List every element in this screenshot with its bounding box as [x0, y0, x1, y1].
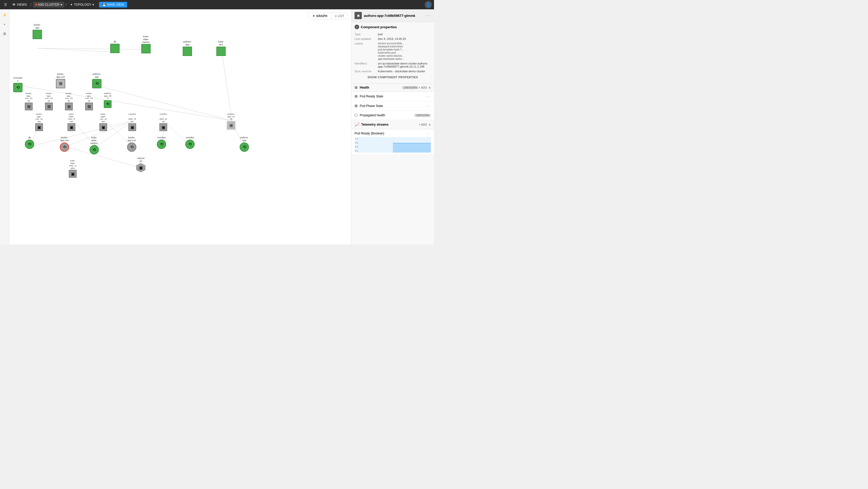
menu-button[interactable]: ☰ [2, 2, 9, 7]
pod-phase-more-button[interactable]: ··· [426, 104, 431, 108]
cluster-status-dot [35, 4, 37, 6]
views-button[interactable]: 👁 VIEWS [10, 2, 29, 8]
component-properties-section: i Component properties Type pod Last upd… [351, 22, 434, 84]
stream-name: Pod Ready (Boolean) [354, 132, 426, 135]
save-icon: 💾 [102, 3, 106, 6]
chart-inner [362, 137, 431, 152]
left-sidebar: ⚡ + ⊞ [0, 9, 9, 244]
prop-sync-val: Kubernetes - stackstate-demo-cluster [378, 70, 431, 73]
prop-labels-row: Labels service-account:defa... stackpack… [354, 41, 431, 61]
chart-line [393, 143, 431, 143]
user-avatar[interactable]: 👤 [425, 1, 432, 8]
right-panel: ▣ authors-app-7c69b59677-glmmk ··· i Com… [351, 9, 434, 244]
pod-ready-state-label: Pod Ready State [360, 94, 426, 98]
pod-ready-status-dot [354, 95, 358, 98]
pod-ready-more-button[interactable]: ··· [426, 94, 431, 98]
graph-tab[interactable]: ✦ GRAPH [309, 13, 331, 20]
prop-identifiers-row: Identifiers urn:ip:/stackstate-demo-clus… [354, 61, 431, 69]
propagated-health-dot [354, 114, 358, 117]
health-add-button[interactable]: + ADD [419, 86, 427, 89]
chart-y-labels: 1.0 0.8 0.6 0.4 [354, 137, 362, 152]
cluster-selector[interactable]: K8S CLUSTER ▾ [33, 2, 64, 7]
prop-sync-row: Sync sources Kubernetes - stackstate-dem… [354, 69, 431, 74]
menu-icon: ☰ [4, 3, 7, 6]
comp-props-header: i Component properties [354, 25, 431, 29]
health-collapse-button[interactable]: ∧ [429, 86, 431, 89]
telemetry-collapse-button[interactable]: ∧ [429, 123, 431, 126]
propagated-health-badge: UNKNOWN [414, 114, 431, 117]
list-tab[interactable]: ≡ LIST [331, 13, 348, 20]
user-icon: 👤 [426, 2, 431, 7]
svg-line-1 [37, 48, 151, 50]
topnav-right: 👤 [425, 1, 432, 8]
propagated-health-row: Propagated health UNKNOWN [351, 111, 434, 120]
svg-line-7 [30, 121, 133, 147]
topology-icon: ✦ [70, 3, 73, 6]
pod-ready-stream: Pod Ready (Boolean) ··· 1.0 0.8 0.6 0.4 [351, 129, 434, 155]
health-unknown-badge: UNKNOWN [402, 86, 419, 89]
propagated-health-label: Propagated health [360, 113, 412, 117]
panel-header: ▣ authors-app-7c69b59677-glmmk ··· [351, 9, 434, 22]
pod-phase-state-label: Pod Phase State [360, 104, 426, 108]
svg-line-0 [37, 48, 116, 52]
panel-more-button[interactable]: ··· [426, 13, 431, 18]
layers-icon[interactable]: ⊞ [1, 30, 8, 37]
graph-toolbar: ✦ GRAPH ≡ LIST [309, 12, 348, 20]
filter-icon[interactable]: ⚡ [1, 11, 8, 19]
sep1: / [31, 3, 32, 7]
health-actions: + ADD ∧ [419, 86, 431, 89]
list-icon: ≡ [335, 14, 337, 18]
health-label: Health [360, 86, 400, 89]
component-title: authors-app-7c69b59677-glmmk [364, 14, 424, 18]
stream-more-button[interactable]: ··· [426, 131, 431, 136]
health-section-header: Health UNKNOWN + ADD ∧ [351, 84, 434, 92]
show-component-properties-button[interactable]: SHOW COMPONENT PROPERTIES [354, 74, 431, 81]
topology-dropdown-arrow: ▾ [92, 3, 94, 6]
telemetry-chart[interactable]: 1.0 0.8 0.6 0.4 [354, 137, 431, 152]
stream-header: Pod Ready (Boolean) ··· [354, 131, 431, 136]
graph-icon: ✦ [312, 14, 315, 18]
sep2: / [66, 3, 67, 7]
telemetry-actions: + ADD ∧ [419, 123, 431, 126]
graph-area[interactable]: ✦ GRAPH ≡ LIST [9, 9, 351, 244]
telemetry-icon: 📈 [354, 122, 360, 127]
prop-updated-row: Last updated Dec 9, 2019, 14:45:25 [354, 36, 431, 41]
prop-identifiers-val: urn:ip:/stackstate-demo-cluster:authors-… [378, 62, 431, 68]
prop-labels-list: service-account:defa... stackpack:kubern… [378, 42, 431, 60]
cluster-dropdown-arrow: ▾ [61, 3, 62, 6]
telemetry-header: 📈 Telemetry streams + ADD ∧ [351, 120, 434, 129]
pod-ready-state-row[interactable]: Pod Ready State ··· [351, 92, 434, 101]
prop-type-row: Type pod [354, 32, 431, 36]
prop-updated-val: Dec 9, 2019, 14:45:25 [378, 37, 431, 40]
health-status-dot [354, 86, 358, 89]
svg-line-4 [221, 50, 232, 121]
topology-button[interactable]: ✦ TOPOLOGY ▾ [68, 2, 96, 7]
prop-type-val: pod [378, 33, 431, 36]
views-icon: 👁 [12, 3, 16, 7]
chart-fill [393, 143, 431, 152]
info-icon: i [354, 25, 359, 29]
telemetry-add-button[interactable]: + ADD [419, 123, 427, 126]
pod-phase-state-row[interactable]: Pod Phase State ··· [351, 101, 434, 111]
save-view-button[interactable]: 💾 SAVE VIEW [99, 2, 127, 7]
pod-phase-status-dot [354, 105, 358, 108]
graph-svg [9, 9, 351, 244]
main-layout: ⚡ + ⊞ ✦ GRAPH ≡ LIST [0, 9, 434, 244]
comp-props-title: Component properties [361, 25, 397, 29]
topnav: ☰ 👁 VIEWS / K8S CLUSTER ▾ / ✦ TOPOLOGY ▾… [0, 0, 434, 9]
add-icon[interactable]: + [1, 21, 8, 28]
panel-component-icon: ▣ [354, 12, 362, 19]
telemetry-label: Telemetry streams [361, 123, 419, 126]
